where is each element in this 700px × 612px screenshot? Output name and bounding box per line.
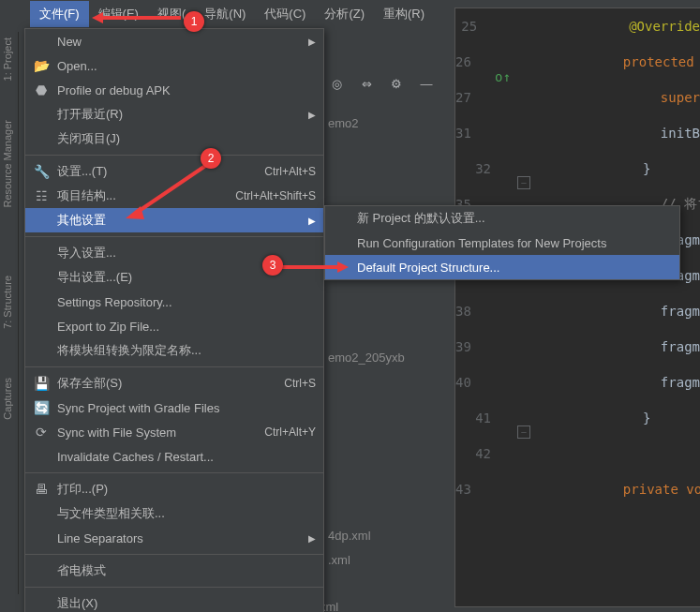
expand-icon[interactable]: ⇔ <box>358 75 375 92</box>
editor-line[interactable]: 42 <box>455 436 700 471</box>
line-number: 26o↑ <box>455 54 483 69</box>
svg-marker-5 <box>337 261 349 273</box>
menu-refactor[interactable]: 重构(R) <box>374 1 434 27</box>
menu-file-assoc[interactable]: 与文件类型相关联... <box>25 501 323 526</box>
menu-module-rename[interactable]: 将模块组转换为限定名称... <box>25 338 323 363</box>
annotation-arrow <box>122 157 216 223</box>
code-text: private vo <box>483 482 700 497</box>
code-text: @Override <box>488 19 700 34</box>
target-icon[interactable]: ◎ <box>328 75 345 92</box>
background-text: .xml <box>328 553 350 567</box>
menu-power-save[interactable]: 省电模式 <box>25 559 323 583</box>
minimize-icon[interactable]: — <box>418 75 435 92</box>
menu-export-zip[interactable]: Export to Zip File... <box>25 314 323 338</box>
chevron-right-icon: ▶ <box>308 37 316 47</box>
line-number: 31 <box>455 126 483 141</box>
code-text: } <box>502 410 650 425</box>
menu-separator <box>25 587 323 588</box>
menu-separator <box>25 236 323 237</box>
refresh-icon: ⟳ <box>33 424 50 440</box>
code-text: fragmen <box>483 339 700 354</box>
code-editor[interactable]: 25@Override26o↑protected v27super.31init… <box>454 7 700 607</box>
blank-icon <box>33 212 50 229</box>
save-icon: 💾 <box>33 375 50 392</box>
line-number: 40 <box>455 375 483 390</box>
menu-sync-gradle[interactable]: 🔄 Sync Project with Gradle Files <box>25 396 323 420</box>
print-icon: 🖶 <box>33 481 50 498</box>
menu-save-all[interactable]: 💾 保存全部(S) Ctrl+S <box>25 371 323 396</box>
code-text: super. <box>483 90 700 105</box>
shortcut-label: Ctrl+Alt+Y <box>264 425 316 439</box>
editor-line[interactable]: 27super. <box>455 80 700 115</box>
menu-close-project[interactable]: 关闭项目(J) <box>25 127 323 151</box>
folder-open-icon: 📂 <box>33 57 50 74</box>
blank-icon <box>33 342 50 359</box>
menu-settings-repository[interactable]: Settings Repository... <box>25 290 323 314</box>
menu-analyze[interactable]: 分析(Z) <box>315 1 374 27</box>
menu-line-separators[interactable]: Line Separators ▶ <box>25 526 323 550</box>
line-number: 32– <box>455 161 502 176</box>
line-number: 38 <box>455 304 483 319</box>
menu-separator <box>25 366 323 367</box>
sidetab-resource-manager[interactable]: Resource Manager <box>0 114 15 214</box>
blank-icon <box>33 530 50 546</box>
wrench-icon: 🔧 <box>33 163 50 180</box>
menu-profile-apk[interactable]: ⬣ Profile or debug APK <box>25 78 323 102</box>
gear-icon[interactable]: ⚙ <box>388 75 405 92</box>
sidetab-captures[interactable]: Captures <box>0 372 15 425</box>
line-number: 39 <box>455 339 483 354</box>
blank-icon <box>33 269 50 286</box>
menu-file[interactable]: 文件(F) <box>30 1 89 27</box>
editor-line[interactable]: 39fragmen <box>455 329 700 365</box>
sidetab-project[interactable]: 1: Project <box>0 32 15 86</box>
sidetab-structure[interactable]: 7: Structure <box>0 270 15 335</box>
editor-line[interactable]: 26o↑protected v <box>455 44 700 80</box>
editor-line[interactable]: 32–} <box>455 151 700 187</box>
svg-marker-1 <box>92 12 103 23</box>
editor-line[interactable]: 38fragmen <box>455 293 700 329</box>
left-tool-window-bar: 1: Project Resource Manager 7: Structure… <box>0 32 19 594</box>
editor-line[interactable]: 31initBot <box>455 115 700 151</box>
submenu-run-config-templates[interactable]: Run Configuration Templates for New Proj… <box>325 231 679 255</box>
editor-line[interactable]: 41–} <box>455 400 700 436</box>
menu-print[interactable]: 🖶 打印...(P) <box>25 477 323 501</box>
editor-line[interactable]: 40fragmen <box>455 365 700 400</box>
submenu-new-project-defaults[interactable]: 新 Project 的默认设置... <box>325 206 679 231</box>
menu-open[interactable]: 📂 Open... <box>25 53 323 78</box>
blank-icon <box>33 595 50 612</box>
blank-icon <box>333 210 350 227</box>
editor-line[interactable]: 25@Override <box>455 8 700 44</box>
other-settings-submenu: 新 Project 的默认设置... Run Configuration Tem… <box>324 205 680 280</box>
annotation-arrow <box>92 9 186 26</box>
submenu-default-project-structure[interactable]: Default Project Structure... <box>325 255 679 279</box>
annotation-marker-2: 2 <box>201 148 221 169</box>
code-text: } <box>502 161 650 176</box>
chevron-right-icon: ▶ <box>308 216 316 226</box>
menu-invalidate-caches[interactable]: Invalidate Caches / Restart... <box>25 444 323 469</box>
editor-toolbar: ◎ ⇔ ⚙ — <box>328 75 435 92</box>
menu-exit[interactable]: 退出(X) <box>25 591 323 612</box>
menu-open-recent[interactable]: 打开最近(R) ▶ <box>25 102 323 127</box>
blank-icon <box>333 234 350 251</box>
blank-icon <box>33 130 50 147</box>
override-gutter-icon[interactable]: o↑ <box>495 69 511 84</box>
shortcut-label: Ctrl+Alt+S <box>264 165 316 178</box>
menu-code[interactable]: 代码(C) <box>255 1 315 27</box>
menu-separator <box>25 472 323 473</box>
background-text: emo2_205yxb <box>328 351 405 365</box>
annotation-marker-3: 3 <box>262 255 283 276</box>
file-dropdown-menu: New ▶ 📂 Open... ⬣ Profile or debug APK 打… <box>24 28 324 612</box>
line-number: 25 <box>455 19 488 34</box>
blank-icon <box>33 293 50 310</box>
editor-line[interactable]: 43private vo <box>455 471 700 507</box>
menu-new[interactable]: New ▶ <box>25 29 323 53</box>
fold-icon[interactable]: – <box>517 425 530 439</box>
line-number: 42 <box>455 446 502 461</box>
menu-separator <box>25 155 323 156</box>
background-text: emo2 <box>328 116 359 130</box>
menu-sync-filesystem[interactable]: ⟳ Sync with File System Ctrl+Alt+Y <box>25 420 323 444</box>
code-text: fragmen <box>483 375 700 390</box>
menu-navigate[interactable]: 导航(N) <box>195 1 255 27</box>
fold-icon[interactable]: – <box>517 176 530 189</box>
gradle-sync-icon: 🔄 <box>33 399 50 416</box>
